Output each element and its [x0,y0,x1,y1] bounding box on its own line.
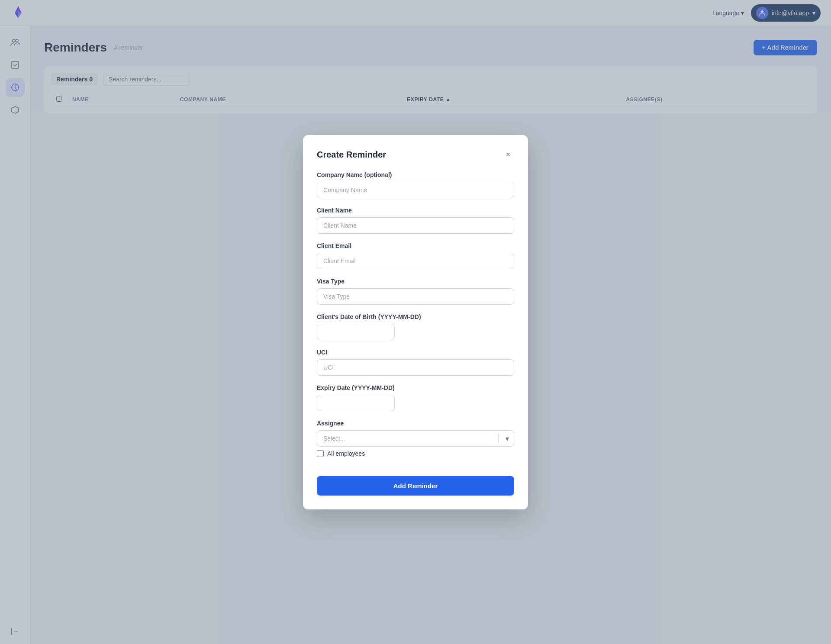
create-reminder-modal: Create Reminder × Company Name (optional… [303,135,528,509]
assignee-select[interactable]: Select... [317,430,514,447]
assignee-group: Assignee Select... ▾ All employees [317,420,514,457]
dob-group: Client's Date of Birth (YYYY-MM-DD) [317,313,514,340]
all-employees-row: All employees [317,450,514,457]
assignee-label: Assignee [317,420,514,427]
visa-type-input[interactable] [317,288,514,305]
modal-overlay[interactable]: Create Reminder × Company Name (optional… [0,0,831,644]
submit-reminder-button[interactable]: Add Reminder [317,476,514,496]
all-employees-label: All employees [327,450,365,457]
dob-label: Client's Date of Birth (YYYY-MM-DD) [317,313,514,320]
uci-input[interactable] [317,359,514,376]
client-email-group: Client Email [317,242,514,269]
visa-type-group: Visa Type [317,278,514,305]
uci-label: UCI [317,349,514,356]
dob-input[interactable] [317,324,395,340]
company-name-input[interactable] [317,182,514,198]
client-email-label: Client Email [317,242,514,249]
company-name-label: Company Name (optional) [317,171,514,178]
client-email-input[interactable] [317,253,514,269]
expiry-date-input[interactable] [317,395,395,411]
modal-close-button[interactable]: × [502,149,514,161]
all-employees-checkbox[interactable] [317,450,324,457]
client-name-group: Client Name [317,207,514,234]
select-divider [498,434,499,443]
expiry-date-group: Expiry Date (YYYY-MM-DD) [317,384,514,411]
uci-group: UCI [317,349,514,376]
close-icon: × [506,150,511,159]
client-name-input[interactable] [317,217,514,234]
client-name-label: Client Name [317,207,514,214]
assignee-select-wrapper: Select... ▾ [317,430,514,447]
modal-title: Create Reminder [317,150,386,160]
expiry-date-label: Expiry Date (YYYY-MM-DD) [317,384,514,391]
company-name-group: Company Name (optional) [317,171,514,198]
visa-type-label: Visa Type [317,278,514,285]
modal-header: Create Reminder × [317,149,514,161]
